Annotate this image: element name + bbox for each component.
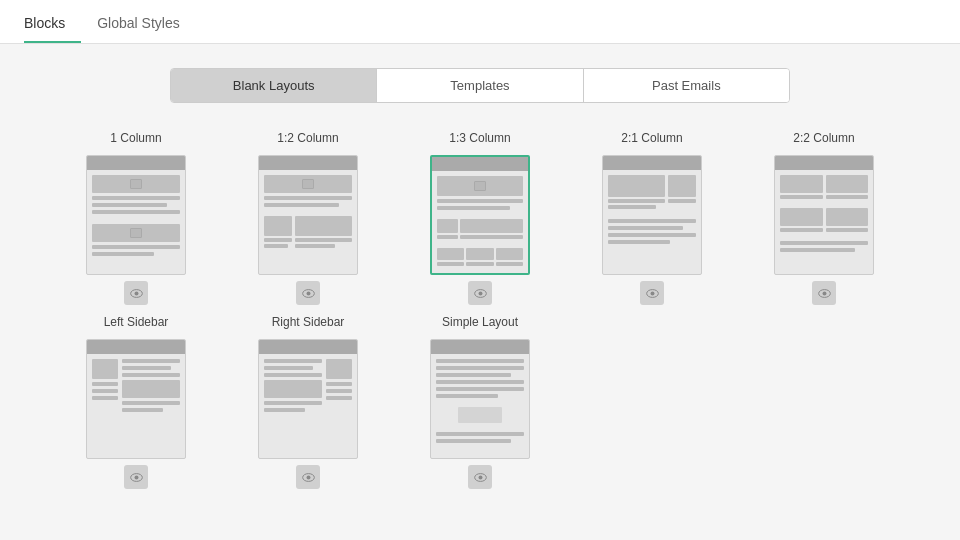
thumb-header	[259, 156, 357, 170]
layout-left-sidebar: Left Sidebar	[50, 315, 222, 489]
thumb-line	[122, 366, 171, 370]
layout-1col: 1 Column	[50, 131, 222, 305]
layout-2-2col: 2:2 Column	[738, 131, 910, 305]
tab-past-emails[interactable]: Past Emails	[584, 69, 789, 102]
thumb-line	[608, 205, 656, 209]
preview-eye-button-1col[interactable]	[124, 281, 148, 305]
eye-icon	[646, 287, 659, 300]
svg-point-7	[650, 291, 654, 295]
thumb-line	[122, 408, 163, 412]
layout-right-sidebar-label: Right Sidebar	[272, 315, 345, 329]
layout-left-sidebar-label: Left Sidebar	[104, 315, 169, 329]
thumb-line	[780, 228, 823, 232]
thumb-line	[92, 245, 180, 249]
preview-eye-button-1-2col[interactable]	[296, 281, 320, 305]
thumb-image	[92, 224, 180, 242]
thumb-line	[436, 387, 524, 391]
thumb-line	[780, 248, 855, 252]
thumb-line	[460, 235, 523, 239]
thumb-line	[264, 196, 352, 200]
layout-2-2col-thumb[interactable]	[774, 155, 874, 275]
preview-eye-button-1-3col[interactable]	[468, 281, 492, 305]
thumb-line	[466, 262, 493, 266]
thumb-header	[87, 340, 185, 354]
thumb-header	[431, 340, 529, 354]
thumb-line	[326, 396, 352, 400]
thumb-line	[436, 380, 524, 384]
preview-eye-button-left-sidebar[interactable]	[124, 465, 148, 489]
preview-eye-button-2-1col[interactable]	[640, 281, 664, 305]
svg-point-1	[134, 291, 138, 295]
eye-icon	[302, 471, 315, 484]
thumb-line	[92, 382, 118, 386]
thumb-line	[608, 226, 683, 230]
thumb-header	[775, 156, 873, 170]
tab-templates[interactable]: Templates	[377, 69, 583, 102]
thumb-line	[826, 228, 869, 232]
layout-tab-bar: Blank Layouts Templates Past Emails	[170, 68, 790, 103]
main-content: Blank Layouts Templates Past Emails 1 Co…	[0, 44, 960, 513]
thumb-line	[437, 235, 458, 239]
thumb-line	[826, 195, 869, 199]
thumb-line	[264, 401, 322, 405]
eye-icon	[474, 287, 487, 300]
layout-1col-label: 1 Column	[110, 131, 161, 145]
layouts-row-2: Left Sidebar	[50, 315, 910, 489]
svg-point-3	[306, 291, 310, 295]
tab-blank-layouts[interactable]: Blank Layouts	[171, 69, 377, 102]
thumb-line	[437, 199, 523, 203]
thumb-line	[608, 219, 696, 223]
thumb-line	[326, 382, 352, 386]
layout-1col-thumb[interactable]	[86, 155, 186, 275]
thumb-line	[264, 244, 288, 248]
layout-2-1col-thumb[interactable]	[602, 155, 702, 275]
preview-eye-button-2-2col[interactable]	[812, 281, 836, 305]
layout-right-sidebar-thumb[interactable]	[258, 339, 358, 459]
thumb-line	[92, 196, 180, 200]
svg-point-9	[822, 291, 826, 295]
layout-1-2col-thumb[interactable]	[258, 155, 358, 275]
thumb-line	[264, 373, 322, 377]
thumb-line	[326, 389, 352, 393]
preview-eye-button-right-sidebar[interactable]	[296, 465, 320, 489]
thumb-line	[437, 262, 464, 266]
layout-1-2col-label: 1:2 Column	[277, 131, 338, 145]
thumb-image	[437, 176, 523, 196]
thumb-line	[264, 366, 313, 370]
eye-icon	[302, 287, 315, 300]
thumb-line	[295, 244, 335, 248]
thumb-image-icon	[130, 228, 142, 238]
thumb-line	[122, 373, 180, 377]
thumb-line	[264, 203, 339, 207]
eye-icon	[818, 287, 831, 300]
top-navigation: Blocks Global Styles	[0, 0, 960, 44]
layout-1-3col: 1:3 Column	[394, 131, 566, 305]
thumb-header	[87, 156, 185, 170]
thumb-line	[264, 408, 305, 412]
thumb-line	[608, 233, 696, 237]
layout-simple-thumb[interactable]	[430, 339, 530, 459]
layout-1-3col-thumb[interactable]	[430, 155, 530, 275]
thumb-line	[92, 210, 180, 214]
layout-simple: Simple Layout	[394, 315, 566, 489]
layout-simple-label: Simple Layout	[442, 315, 518, 329]
thumb-header	[603, 156, 701, 170]
thumb-line	[436, 359, 524, 363]
thumb-line	[122, 401, 180, 405]
eye-icon	[130, 287, 143, 300]
layout-2-1col-label: 2:1 Column	[621, 131, 682, 145]
thumb-line	[436, 439, 511, 443]
preview-eye-button-simple[interactable]	[468, 465, 492, 489]
thumb-line	[122, 359, 180, 363]
layout-1-3col-label: 1:3 Column	[449, 131, 510, 145]
thumb-image	[264, 175, 352, 193]
layout-left-sidebar-thumb[interactable]	[86, 339, 186, 459]
thumb-line	[436, 366, 524, 370]
layout-1-2col: 1:2 Column	[222, 131, 394, 305]
thumb-line	[264, 359, 322, 363]
nav-tab-blocks[interactable]: Blocks	[24, 5, 81, 43]
nav-tab-global-styles[interactable]: Global Styles	[97, 5, 195, 43]
thumb-line	[437, 206, 510, 210]
thumb-line	[436, 373, 511, 377]
thumb-line	[780, 195, 823, 199]
